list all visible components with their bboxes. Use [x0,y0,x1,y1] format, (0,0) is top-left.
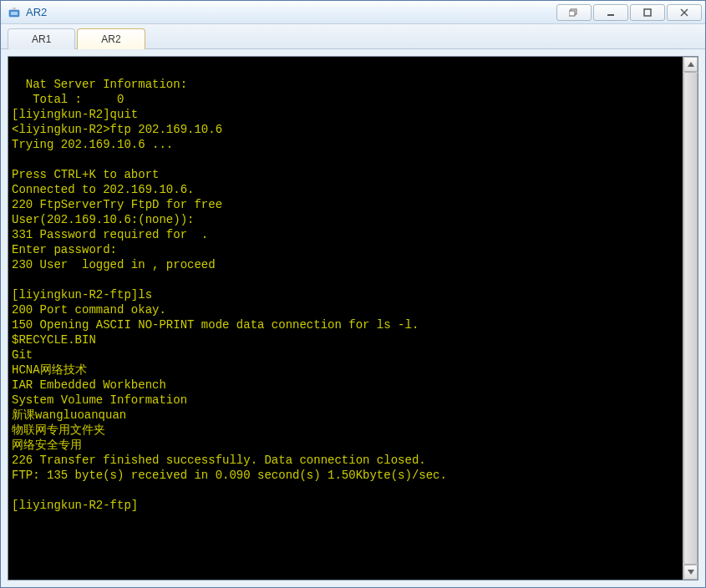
svg-marker-10 [688,570,694,575]
terminal-line: 物联网专用文件夹 [12,423,676,438]
terminal-line: 150 Opening ASCII NO-PRINT mode data con… [12,317,676,332]
terminal-line: Total : 0 [12,92,676,107]
svg-rect-2 [13,8,16,10]
terminal-line: 331 Password required for . [12,227,676,242]
svg-rect-6 [644,9,651,16]
terminal-line [12,62,676,77]
svg-marker-9 [688,62,694,67]
terminal-line: 网络安全专用 [12,438,676,453]
vertical-scrollbar [683,57,698,580]
scroll-down-button[interactable] [683,565,698,580]
terminal-line: Enter password: [12,242,676,257]
terminal-line [12,483,676,498]
terminal-line: Nat Server Information: [12,77,676,92]
terminal-line [12,152,676,167]
terminal-line: System Volume Information [12,393,676,408]
window-controls [555,4,702,21]
terminal-line: [liyingkun-R2-ftp]ls [12,287,676,302]
terminal-line: 200 Port command okay. [12,302,676,317]
terminal-line: 220 FtpServerTry FtpD for free [12,197,676,212]
content-area: Nat Server Information: Total : 0[liying… [1,49,705,587]
scroll-thumb[interactable] [683,72,698,565]
close-button[interactable] [667,4,702,21]
scroll-track[interactable] [683,72,698,565]
terminal-line: Press CTRL+K to abort [12,167,676,182]
terminal-line: 226 Transfer finished successfully. Data… [12,453,676,468]
terminal-line [12,272,676,287]
terminal-output[interactable]: Nat Server Information: Total : 0[liying… [8,57,683,580]
terminal-wrapper: Nat Server Information: Total : 0[liying… [8,56,698,580]
tab-ar1[interactable]: AR1 [8,28,75,49]
terminal-line: Trying 202.169.10.6 ... [12,137,676,152]
terminal-line: 230 User logged in , proceed [12,257,676,272]
window-title: AR2 [26,6,555,18]
terminal-line: User(202.169.10.6:(none)): [12,212,676,227]
terminal-line: Git [12,347,676,362]
svg-rect-4 [569,11,575,16]
tab-bar: AR1 AR2 [1,24,705,49]
restore-down-button[interactable] [556,4,592,21]
terminal-line: 新课wangluoanquan [12,408,676,423]
svg-rect-1 [11,12,18,15]
terminal-line: HCNA网络技术 [12,362,676,378]
maximize-button[interactable] [630,4,665,21]
app-icon [8,6,21,19]
app-window: AR2 AR1 AR2 [0,0,706,588]
terminal-line: FTP: 135 byte(s) received in 0.090 secon… [12,468,676,483]
terminal-line: IAR Embedded Workbench [12,378,676,393]
terminal-line: [liyingkun-R2]quit [12,107,676,122]
titlebar: AR2 [1,1,705,24]
tab-ar2[interactable]: AR2 [77,28,145,49]
terminal-line: $RECYCLE.BIN [12,332,676,347]
scroll-up-button[interactable] [683,57,698,72]
minimize-button[interactable] [593,4,628,21]
terminal-line: <liyingkun-R2>ftp 202.169.10.6 [12,122,676,137]
terminal-line: [liyingkun-R2-ftp] [12,498,676,513]
terminal-line: Connected to 202.169.10.6. [12,182,676,197]
